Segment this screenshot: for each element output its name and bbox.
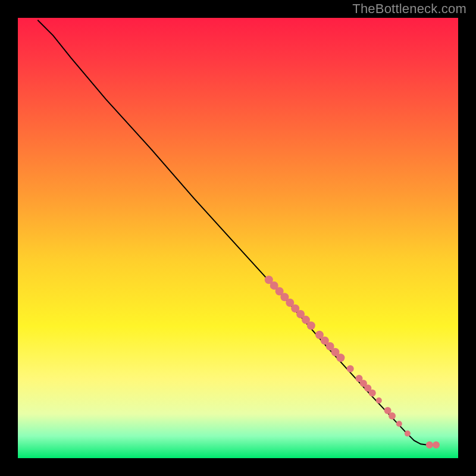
chart-marker	[376, 397, 382, 403]
chart-marker	[396, 421, 402, 427]
plot-background	[18, 18, 458, 458]
chart-marker	[389, 412, 396, 419]
chart-marker	[307, 321, 315, 330]
chart-marker	[369, 390, 376, 397]
watermark-label: TheBottleneck.com	[352, 1, 466, 17]
chart-marker	[405, 431, 411, 437]
chart-marker	[426, 441, 433, 449]
chart-marker	[336, 353, 345, 362]
chart-marker	[433, 441, 440, 449]
chart-svg	[0, 0, 476, 476]
chart-marker	[347, 365, 354, 372]
chart-frame: TheBottleneck.com	[0, 0, 476, 476]
